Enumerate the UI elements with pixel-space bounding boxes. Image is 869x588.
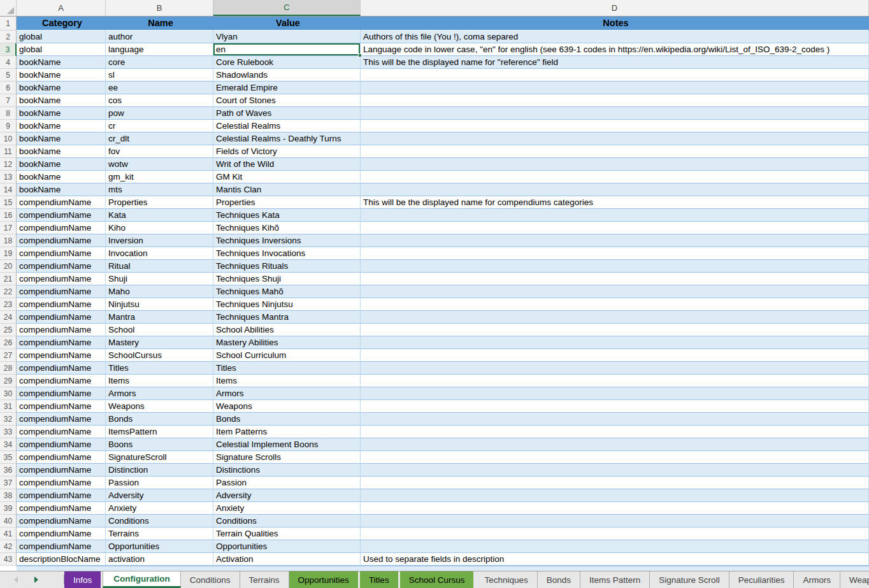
cell-value[interactable]: Items	[213, 375, 361, 387]
cell-category[interactable]: compendiumName	[17, 273, 106, 285]
cell-notes[interactable]: Language code in lower case, "en" for en…	[361, 43, 869, 56]
cell-category[interactable]: bookName	[17, 158, 106, 171]
row-number[interactable]: 6	[0, 82, 17, 94]
cell-value[interactable]: Signature Scrolls	[213, 451, 361, 464]
cell-category[interactable]: bookName	[17, 69, 106, 82]
row-number[interactable]: 34	[0, 438, 17, 451]
cell-category[interactable]: compendiumName	[17, 527, 106, 540]
cell-category[interactable]: global	[17, 31, 106, 43]
cell-name[interactable]: Ritual	[106, 260, 213, 273]
cell-category[interactable]: compendiumName	[17, 260, 106, 273]
row-number[interactable]: 4	[0, 56, 17, 69]
cell-notes[interactable]	[361, 183, 869, 196]
row-number[interactable]: 38	[0, 489, 17, 502]
sheet-tab-techniques[interactable]: Techniques	[475, 571, 537, 588]
select-all-button[interactable]	[0, 0, 17, 16]
cell-value[interactable]: Mantis Clan	[213, 183, 361, 196]
row-number[interactable]: 40	[0, 515, 17, 527]
cell-name[interactable]: Invocation	[106, 247, 213, 260]
cell-name[interactable]: Shuji	[106, 273, 213, 285]
sheet-tab-armors[interactable]: Armors	[794, 571, 840, 588]
cell-value[interactable]: Properties	[213, 196, 361, 209]
sheet-tab-items-pattern[interactable]: Items Pattern	[580, 571, 650, 588]
cell-name[interactable]: core	[106, 56, 213, 69]
cell-category[interactable]: compendiumName	[17, 400, 106, 413]
cell-value[interactable]: Fields of Victory	[213, 145, 361, 158]
cell-notes[interactable]	[361, 362, 869, 375]
cell-category[interactable]: descriptionBlocName	[17, 553, 106, 566]
cell-category[interactable]: compendiumName	[17, 515, 106, 527]
cell-category[interactable]: compendiumName	[17, 426, 106, 438]
cell-notes[interactable]	[361, 400, 869, 413]
cell-notes[interactable]	[361, 502, 869, 515]
cell-name[interactable]: School	[106, 324, 213, 336]
cell-value[interactable]: Shadowlands	[213, 69, 361, 82]
cell-notes[interactable]	[361, 260, 869, 273]
cell-value[interactable]: Adversity	[213, 489, 361, 502]
cell-name[interactable]: Mastery	[106, 336, 213, 349]
cell-value[interactable]: Techniques Kihõ	[213, 222, 361, 234]
sheet-tab-weapons[interactable]: Weapons	[840, 571, 869, 588]
cell-name[interactable]: SchoolCursus	[106, 349, 213, 362]
row-number[interactable]: 43	[0, 553, 17, 566]
row-number[interactable]: 39	[0, 502, 17, 515]
cell-category[interactable]: compendiumName	[17, 196, 106, 209]
cell-value[interactable]: GM Kit	[213, 171, 361, 183]
cell-category[interactable]: bookName	[17, 183, 106, 196]
cell-name[interactable]: pow	[106, 107, 213, 120]
cell-name[interactable]: mts	[106, 183, 213, 196]
cell-name[interactable]: language	[106, 43, 213, 56]
cell-value[interactable]: Opportunities	[213, 540, 361, 553]
cell-value[interactable]: Celestial Implement Boons	[213, 438, 361, 451]
sheet-tab-bonds[interactable]: Bonds	[538, 571, 580, 588]
cell-notes[interactable]	[361, 387, 869, 400]
cell-value[interactable]: Techniques Shuji	[213, 273, 361, 285]
cell-name[interactable]: activation	[106, 553, 213, 566]
cell-notes[interactable]	[361, 515, 869, 527]
row-number[interactable]: 22	[0, 285, 17, 298]
cell-name[interactable]: ItemsPattern	[106, 426, 213, 438]
row-number[interactable]: 24	[0, 311, 17, 324]
row-number[interactable]: 27	[0, 349, 17, 362]
cell-name[interactable]: ee	[106, 82, 213, 94]
cell-name[interactable]: author	[106, 31, 213, 43]
cell-value[interactable]: Weapons	[213, 400, 361, 413]
column-header-a[interactable]: A	[17, 0, 106, 16]
row-number[interactable]: 20	[0, 260, 17, 273]
cell-category[interactable]: compendiumName	[17, 298, 106, 311]
cell-notes[interactable]	[361, 69, 869, 82]
cell-name[interactable]: Bonds	[106, 413, 213, 426]
row-number[interactable]: 18	[0, 234, 17, 247]
row-number[interactable]: 32	[0, 413, 17, 426]
cell-category[interactable]: bookName	[17, 133, 106, 145]
cell-name[interactable]: sl	[106, 69, 213, 82]
cell-value[interactable]: Techniques Kata	[213, 209, 361, 222]
row-number[interactable]: 23	[0, 298, 17, 311]
cell-category[interactable]: compendiumName	[17, 387, 106, 400]
header-cell-notes[interactable]: Notes	[361, 17, 869, 31]
cell-notes[interactable]: Used to separate fields in description	[361, 553, 869, 566]
cell-notes[interactable]	[361, 540, 869, 553]
row-number[interactable]: 41	[0, 527, 17, 540]
cell-category[interactable]: compendiumName	[17, 502, 106, 515]
row-number[interactable]: 36	[0, 464, 17, 477]
cell-name[interactable]: wotw	[106, 158, 213, 171]
cell-category[interactable]: compendiumName	[17, 413, 106, 426]
cell-name[interactable]: fov	[106, 145, 213, 158]
cell-value[interactable]: Bonds	[213, 413, 361, 426]
cell-value[interactable]: Techniques Rituals	[213, 260, 361, 273]
cell-value[interactable]: Mastery Abilities	[213, 336, 361, 349]
cell-notes[interactable]	[361, 464, 869, 477]
cell-category[interactable]: bookName	[17, 145, 106, 158]
cell-notes[interactable]	[361, 273, 869, 285]
row-number[interactable]: 31	[0, 400, 17, 413]
sheet-tab-infos[interactable]: Infos	[64, 571, 101, 588]
cell-name[interactable]: Kata	[106, 209, 213, 222]
row-number[interactable]: 9	[0, 120, 17, 133]
cell-notes[interactable]: Authors of this file (You !), coma separ…	[361, 31, 869, 43]
cell-value[interactable]: Techniques Inversions	[213, 234, 361, 247]
cell-notes[interactable]	[361, 438, 869, 451]
row-number[interactable]: 5	[0, 69, 17, 82]
cell-value[interactable]: Vlyan	[213, 31, 361, 43]
cell-notes[interactable]	[361, 82, 869, 94]
